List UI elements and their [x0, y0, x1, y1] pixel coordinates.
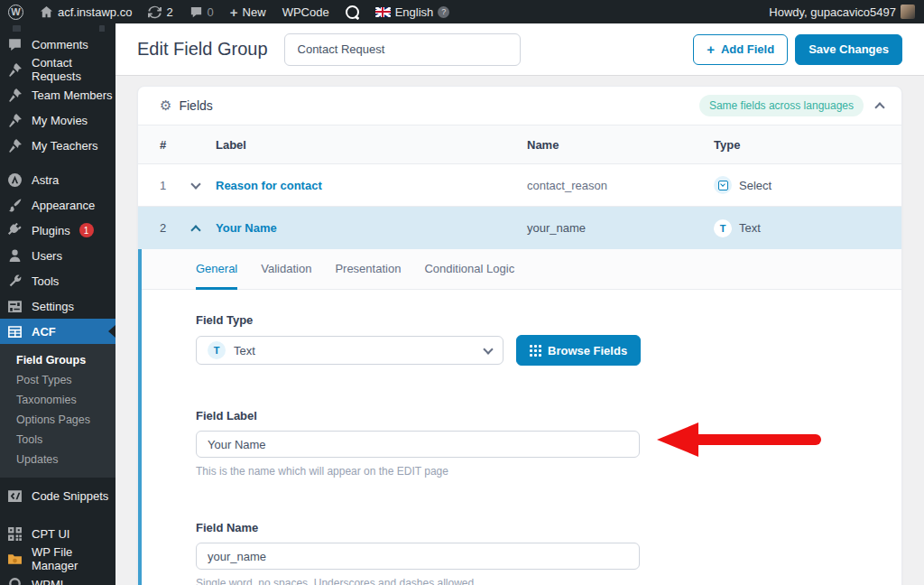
browse-fields-button[interactable]: Browse Fields: [516, 335, 641, 366]
field-label-label: Field Label: [196, 409, 901, 422]
new-content-menu[interactable]: + New: [222, 0, 274, 23]
site-link[interactable]: acf.instawp.co: [32, 0, 140, 23]
sidebar-item-label: My Teachers: [32, 139, 97, 153]
tab-conditional-logic[interactable]: Conditional Logic: [424, 249, 514, 290]
tab-validation[interactable]: Validation: [261, 249, 311, 290]
sidebar-item-label: Comments: [32, 38, 88, 51]
table-row[interactable]: 2 Your Name your_name T Text: [138, 207, 901, 249]
sidebar-item-comments[interactable]: Comments: [0, 32, 116, 57]
collapse-panel-chevron-icon[interactable]: [874, 102, 884, 112]
grid-icon: [530, 345, 541, 357]
save-changes-button[interactable]: Save Changes: [795, 34, 902, 65]
wordpress-menu[interactable]: W: [0, 0, 32, 23]
account-menu[interactable]: Howdy, gupacavico5497: [769, 0, 915, 23]
sidebar-item-code-snippets[interactable]: Code Snippets: [0, 483, 116, 508]
cropped-menu-item: [0, 23, 116, 32]
sidebar-item-appearance[interactable]: Appearance: [0, 192, 116, 218]
fields-table-header: # Label Name Type: [138, 125, 901, 164]
column-header-number: #: [160, 138, 192, 152]
submenu-item-options-pages[interactable]: Options Pages: [0, 410, 116, 430]
expand-row-chevron-icon[interactable]: [190, 179, 200, 189]
column-header-type: Type: [714, 138, 901, 152]
sidebar-item-wp-file-manager[interactable]: WP File Manager: [0, 546, 116, 571]
row-number: 1: [160, 179, 192, 192]
user-avatar: [901, 5, 915, 19]
field-name-value: your_name: [527, 221, 714, 235]
field-label-section: Field Label This is the name which will …: [196, 409, 901, 478]
field-type-value: Select: [739, 179, 772, 192]
help-question-icon: ?: [438, 6, 449, 18]
sidebar-item-team-members[interactable]: Team Members: [0, 82, 116, 107]
sidebar-item-acf[interactable]: ACF: [0, 319, 116, 344]
field-label-help: This is the name which will appear on th…: [196, 465, 901, 478]
wrench-icon: [7, 274, 23, 289]
sidebar-item-users[interactable]: Users: [0, 243, 116, 268]
pushpin-icon: [7, 138, 23, 153]
tab-presentation[interactable]: Presentation: [335, 249, 401, 290]
submenu-item-post-types[interactable]: Post Types: [0, 370, 116, 390]
field-name-section: Field Name Single word, no spaces. Under…: [196, 521, 901, 585]
code-snippets-icon: [7, 488, 23, 504]
field-name-input[interactable]: [196, 543, 640, 570]
cpt-ui-grid-icon: [7, 526, 23, 542]
fields-panel-title: Fields: [179, 98, 212, 113]
field-type-label: Field Type: [196, 313, 901, 327]
field-name-value: contact_reason: [527, 179, 714, 192]
acf-table-icon: [7, 324, 23, 339]
field-label-link[interactable]: Your Name: [216, 221, 527, 235]
sidebar-item-plugins[interactable]: Plugins 1: [0, 218, 116, 243]
tab-general[interactable]: General: [196, 249, 237, 290]
sidebar-item-settings[interactable]: Settings: [0, 293, 116, 319]
submenu-item-field-groups[interactable]: Field Groups: [0, 350, 116, 370]
sidebar-item-label: CPT UI: [32, 527, 69, 541]
acf-submenu: Field Groups Post Types Taxonomies Optio…: [0, 344, 116, 478]
field-type-value: Text: [739, 221, 761, 235]
submenu-item-tools[interactable]: Tools: [0, 430, 116, 450]
current-menu-arrow-icon: [108, 325, 116, 338]
sidebar-item-cpt-ui[interactable]: CPT UI: [0, 521, 116, 546]
sidebar-item-my-teachers[interactable]: My Teachers: [0, 133, 116, 158]
pushpin-icon: [7, 113, 23, 128]
same-fields-languages-badge[interactable]: Same fields across languages: [699, 95, 864, 116]
language-menu[interactable]: English ?: [367, 0, 458, 23]
field-type-select[interactable]: T Text: [196, 336, 504, 365]
field-group-title-input[interactable]: [284, 33, 521, 66]
submenu-item-updates[interactable]: Updates: [0, 450, 116, 469]
sidebar-item-label: ACF: [32, 325, 56, 339]
field-settings-area: General Validation Presentation Conditio…: [138, 249, 901, 585]
wpcode-menu[interactable]: WPCode: [274, 0, 337, 23]
language-label: English: [395, 5, 434, 19]
site-name: acf.instawp.co: [58, 5, 132, 19]
table-row[interactable]: 1 Reason for contact contact_reason Sele…: [138, 164, 901, 207]
text-type-icon: T: [714, 219, 732, 237]
wpml-menu[interactable]: [337, 0, 367, 23]
home-icon: [40, 5, 53, 19]
settings-sliders-icon: [7, 299, 23, 314]
sidebar-item-astra[interactable]: Astra: [0, 167, 116, 192]
paintbrush-icon: [7, 198, 23, 213]
field-label-input[interactable]: [196, 431, 640, 458]
updates-icon: [148, 5, 162, 19]
sidebar-item-my-movies[interactable]: My Movies: [0, 107, 116, 133]
comment-bubble-icon: [7, 37, 23, 52]
field-label-link[interactable]: Reason for contact: [216, 179, 527, 192]
sidebar-item-tools[interactable]: Tools: [0, 268, 116, 293]
sidebar-item-label: Plugins: [32, 224, 70, 237]
uk-flag-icon: [375, 7, 391, 17]
updates-link[interactable]: 2: [140, 0, 180, 23]
pushpin-icon: [7, 62, 23, 78]
collapse-row-chevron-icon[interactable]: [190, 225, 200, 235]
comments-link[interactable]: 0: [181, 0, 222, 23]
submenu-item-taxonomies[interactable]: Taxonomies: [0, 390, 116, 410]
user-icon: [7, 248, 23, 264]
chevron-down-icon: [483, 344, 493, 354]
wpcode-label: WPCode: [282, 5, 329, 19]
field-type-section: Field Type T Text Browse Fields: [196, 313, 901, 366]
browse-fields-label: Browse Fields: [548, 344, 627, 358]
add-field-button[interactable]: + Add Field: [693, 34, 788, 65]
sidebar-item-wpml[interactable]: WPML: [0, 571, 116, 585]
column-header-name: Name: [527, 138, 714, 152]
fields-panel-header: ⚙ Fields Same fields across languages: [138, 87, 901, 125]
main-content: Edit Field Group + Add Field Save Change…: [116, 23, 924, 585]
sidebar-item-contact-requests[interactable]: Contact Requests: [0, 57, 116, 82]
